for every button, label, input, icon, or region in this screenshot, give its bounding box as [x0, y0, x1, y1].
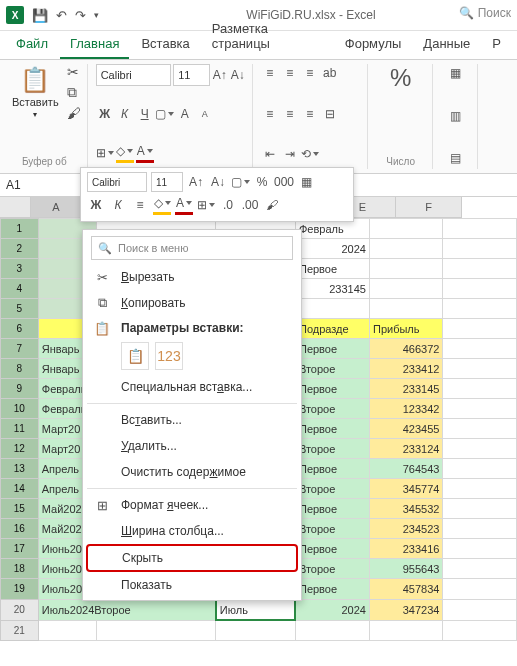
cell[interactable]: 233412 — [369, 359, 442, 379]
cell[interactable]: 233124 — [369, 439, 442, 459]
cell[interactable] — [443, 519, 517, 539]
font-name-select[interactable]: Calibri — [96, 64, 172, 86]
align-right-icon[interactable]: ≡ — [301, 105, 319, 123]
row-header[interactable]: 7 — [1, 339, 39, 359]
cell[interactable]: Второе — [295, 519, 369, 539]
cell[interactable] — [443, 419, 517, 439]
ctx-format-cells[interactable]: ⊞Формат ячеек... — [83, 492, 301, 518]
cell[interactable]: Второе — [295, 359, 369, 379]
cell[interactable]: 955643 — [369, 559, 442, 579]
wrap-text-icon[interactable]: ab — [321, 64, 339, 82]
borders-button[interactable]: ⊞ — [96, 144, 114, 162]
ctx-paste-special[interactable]: Специальная вставка... — [83, 374, 301, 400]
font-size-up-icon[interactable]: A — [176, 105, 194, 123]
mini-font-name[interactable]: Calibri — [87, 172, 147, 192]
ctx-insert[interactable]: Вставить... — [83, 407, 301, 433]
cell[interactable]: Первое — [295, 419, 369, 439]
cell[interactable]: Первое — [295, 499, 369, 519]
menu-home[interactable]: Главная — [60, 30, 129, 59]
cell[interactable] — [443, 439, 517, 459]
underline-button[interactable]: Ч — [136, 105, 154, 123]
ctx-show[interactable]: Показать — [83, 572, 301, 598]
row-header[interactable]: 11 — [1, 419, 39, 439]
indent-dec-icon[interactable]: ⇤ — [261, 145, 279, 163]
indent-inc-icon[interactable]: ⇥ — [281, 145, 299, 163]
cell[interactable] — [443, 379, 517, 399]
mini-fill-color[interactable]: ◇ — [153, 194, 171, 215]
undo-icon[interactable]: ↶ — [56, 8, 67, 23]
increase-font-icon[interactable]: A↑ — [212, 66, 228, 84]
mini-inc-font-icon[interactable]: A↑ — [187, 173, 205, 191]
cell[interactable]: Второе — [295, 479, 369, 499]
menu-formulas[interactable]: Формулы — [335, 30, 412, 59]
row-header[interactable]: 4 — [1, 279, 39, 299]
mini-italic[interactable]: К — [109, 196, 127, 214]
orientation-icon[interactable]: ⟲ — [301, 145, 319, 163]
font-color-button[interactable]: A — [136, 142, 154, 163]
paste-default-icon[interactable]: 📋 — [121, 342, 149, 370]
row-header[interactable]: 9 — [1, 379, 39, 399]
mini-border[interactable]: ⊞ — [197, 196, 215, 214]
col-header-A[interactable]: A — [31, 197, 82, 218]
percent-icon[interactable]: % — [390, 64, 411, 92]
cell[interactable] — [443, 459, 517, 479]
row-header[interactable]: 17 — [1, 539, 39, 559]
search-box[interactable]: 🔍 Поиск — [459, 6, 511, 20]
cell[interactable]: 764543 — [369, 459, 442, 479]
cell[interactable]: Первое — [295, 579, 369, 600]
cell[interactable]: Первое — [295, 339, 369, 359]
cut-icon[interactable]: ✂ — [67, 64, 81, 80]
cell[interactable]: 466372 — [369, 339, 442, 359]
cond-format-icon[interactable]: ▦ — [447, 64, 465, 82]
cell[interactable]: Второе — [295, 439, 369, 459]
ctx-hide[interactable]: Скрыть — [86, 544, 298, 572]
format-painter-icon[interactable]: 🖌 — [67, 105, 81, 121]
ctx-cut[interactable]: ✂Вырезать — [83, 264, 301, 290]
row-header[interactable]: 2 — [1, 239, 39, 259]
mini-dec-decimal[interactable]: .0 — [219, 196, 237, 214]
cell[interactable]: 345774 — [369, 479, 442, 499]
select-all-corner[interactable] — [0, 197, 31, 218]
mini-thousands-icon[interactable]: 000 — [275, 173, 293, 191]
ctx-clear[interactable]: Очистить содержимое — [83, 459, 301, 485]
cell[interactable] — [443, 559, 517, 579]
cell[interactable]: 233145 — [369, 379, 442, 399]
namebox[interactable]: A1 — [0, 176, 83, 194]
font-size-select[interactable]: 11 — [173, 64, 210, 86]
context-search[interactable]: 🔍 Поиск в меню — [91, 236, 293, 260]
cell[interactable] — [443, 539, 517, 559]
cell[interactable]: Первое — [295, 379, 369, 399]
cell[interactable] — [443, 579, 517, 600]
decrease-font-icon[interactable]: A↓ — [230, 66, 246, 84]
cell[interactable] — [443, 499, 517, 519]
mini-fill-icon[interactable]: ▢ — [231, 173, 249, 191]
paste-button[interactable]: 📋 Вставить ▾ — [8, 64, 63, 121]
table-style-icon[interactable]: ▥ — [447, 107, 465, 125]
cell[interactable] — [443, 359, 517, 379]
copy-icon[interactable]: ⧉ — [67, 84, 81, 101]
cell[interactable]: 233416 — [369, 539, 442, 559]
cell[interactable]: 345532 — [369, 499, 442, 519]
redo-icon[interactable]: ↷ — [75, 8, 86, 23]
row-header[interactable]: 14 — [1, 479, 39, 499]
font-size-down-icon[interactable]: A — [196, 105, 214, 123]
mini-dec-font-icon[interactable]: A↓ — [209, 173, 227, 191]
row-header[interactable]: 3 — [1, 259, 39, 279]
cell[interactable] — [443, 399, 517, 419]
row-header[interactable]: 16 — [1, 519, 39, 539]
cell[interactable]: 234523 — [369, 519, 442, 539]
edit-cell[interactable]: Июль — [216, 599, 296, 620]
row-header[interactable]: 13 — [1, 459, 39, 479]
cell[interactable]: 123342 — [369, 399, 442, 419]
row-header[interactable]: 10 — [1, 399, 39, 419]
cell[interactable]: Второе — [295, 559, 369, 579]
mini-bold[interactable]: Ж — [87, 196, 105, 214]
cell-style-icon[interactable]: ▤ — [447, 149, 465, 167]
cell[interactable]: Первое — [295, 459, 369, 479]
mini-align-icon[interactable]: ≡ — [131, 196, 149, 214]
row-header[interactable]: 19 — [1, 579, 39, 600]
bold-button[interactable]: Ж — [96, 105, 114, 123]
menu-file[interactable]: Файл — [6, 30, 58, 59]
row-header[interactable]: 12 — [1, 439, 39, 459]
row-header[interactable]: 1 — [1, 219, 39, 239]
